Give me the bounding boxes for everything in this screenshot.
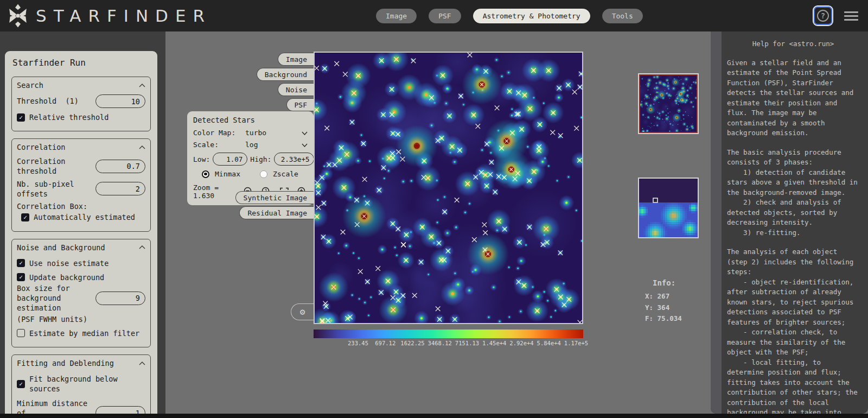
colormap-select[interactable]: turbo	[245, 129, 308, 137]
collapse-chevron-icon	[139, 145, 145, 149]
colorbar-tick: 7151.13	[455, 340, 479, 346]
scale-select[interactable]: log	[245, 141, 308, 149]
section-fitting-header[interactable]: Fitting and Deblending	[17, 358, 145, 370]
layer-tab-noise[interactable]: Noise	[278, 83, 314, 96]
starfinder-run-panel: Starfinder Run Search Threshold (1) ✓ Re…	[5, 51, 157, 414]
nav-tab-psf[interactable]: PSF	[429, 9, 461, 23]
update-background-label: Update background	[29, 273, 104, 282]
help-scrollbar-track[interactable]	[711, 31, 722, 414]
correlation-threshold-label: Correlation threshold	[17, 156, 95, 176]
subpixel-offsets-input[interactable]	[95, 182, 145, 195]
chevron-down-icon	[302, 141, 308, 149]
section-search: Search Threshold (1) ✓ Relative threshol…	[11, 77, 151, 131]
info-y: Y: 364	[645, 302, 682, 314]
colormap-value: turbo	[245, 129, 266, 137]
help-paragraph: The analysis of each object (step 2) inc…	[727, 247, 859, 414]
minmax-radio[interactable]	[202, 170, 209, 178]
layer-tab-image[interactable]: Image	[278, 53, 314, 66]
synthetic-image-button[interactable]: Synthetic Image	[235, 191, 314, 204]
info-x: X: 267	[645, 291, 682, 302]
section-noise-background: Noise and Background ✓ Use noise estimat…	[11, 239, 151, 348]
question-mark-icon: ?	[817, 10, 829, 22]
chevron-down-icon	[302, 129, 308, 137]
info-title: Info:	[653, 277, 682, 289]
use-noise-estimate-checkbox[interactable]: ✓	[17, 259, 25, 267]
median-filter-label: Estimate by median filter	[29, 328, 139, 338]
correlation-box-auto-checkbox[interactable]: ✓	[21, 213, 29, 221]
median-filter-checkbox[interactable]	[17, 329, 25, 337]
section-correlation-header[interactable]: Correlation	[17, 142, 145, 154]
correlation-box-auto-label: Automatically estimated	[34, 212, 135, 222]
nav-tab-image[interactable]: Image	[376, 9, 417, 23]
help-panel: Help for <astro.run> Given a stellar fie…	[711, 31, 868, 414]
use-noise-estimate-label: Use noise estimate	[29, 258, 108, 268]
scale-value: log	[245, 141, 258, 149]
box-size-input[interactable]	[95, 292, 145, 305]
help-paragraph: Given a stellar field and an estimate of…	[727, 58, 859, 138]
star-field-canvas[interactable]	[315, 53, 582, 323]
bottom-edge-strip	[0, 414, 868, 418]
threshold-input[interactable]	[95, 94, 145, 108]
magnifier-thumbnail-canvas[interactable]	[639, 179, 698, 237]
help-content: Help for <astro.run> Given a stellar fie…	[722, 31, 866, 414]
app-title: STARFINDER	[36, 6, 212, 26]
low-label: Low:	[193, 155, 210, 163]
layer-tab-psf[interactable]: PSF	[286, 98, 314, 111]
update-background-checkbox[interactable]: ✓	[17, 273, 25, 281]
colorbar-tick: 1.17e+5	[564, 340, 588, 346]
subpixel-offsets-label: Nb. sub-pixel offsets	[17, 179, 95, 199]
overview-thumbnail[interactable]	[638, 73, 699, 134]
help-button[interactable]: ?	[814, 7, 832, 25]
fit-background-checkbox[interactable]: ✓	[17, 380, 25, 388]
section-search-header[interactable]: Search	[17, 80, 145, 92]
layer-tab-background[interactable]: Background	[257, 68, 314, 81]
relative-threshold-label: Relative threshold	[29, 112, 108, 122]
zoom-level-label: Zoom = 1.630	[193, 183, 233, 200]
colorbar-tick: 1.45e+4	[482, 340, 506, 346]
collapse-chevron-icon	[139, 362, 145, 365]
high-label: High:	[250, 155, 271, 163]
correlation-box-label: Correlation Box:	[17, 201, 87, 211]
nav-tab-astrometry-photometry[interactable]: Astrometry & Photometry	[473, 9, 590, 23]
box-size-label: Box size for background estimation	[17, 283, 95, 313]
colormap-label: Color Map:	[193, 129, 245, 137]
collapse-chevron-icon	[139, 245, 145, 249]
fit-background-label: Fit background below sources	[29, 374, 145, 394]
detected-stars-title: Detected Stars	[193, 116, 308, 124]
starfinder-logo-icon	[5, 3, 30, 28]
colorbar-tick-labels: 233.45697.121622.253468.127151.131.45e+4…	[314, 340, 583, 347]
starfinder-app: STARFINDER Image PSF Astrometry & Photom…	[0, 0, 868, 418]
colorbar-tick: 1622.25	[400, 340, 424, 346]
scale-label: Scale:	[193, 141, 245, 149]
colorbar-tick: 233.45	[348, 340, 368, 346]
viewer-settings-tab[interactable]: ⚙	[291, 303, 314, 320]
colorbar-tick: 697.12	[375, 340, 395, 346]
app-logo: STARFINDER	[5, 3, 212, 28]
section-fitting-deblending: Fitting and Deblending ✓ Fit background …	[11, 354, 151, 414]
help-title: Help for <astro.run>	[727, 39, 859, 49]
hamburger-menu-icon[interactable]	[844, 11, 858, 21]
minmax-label: Minmax	[215, 170, 240, 178]
run-panel-title: Starfinder Run	[12, 58, 151, 68]
magnifier-thumbnail[interactable]	[638, 178, 699, 238]
left-column: Starfinder Run Search Threshold (1) ✓ Re…	[0, 31, 165, 414]
star-field-viewer[interactable]	[314, 52, 583, 324]
correlation-threshold-input[interactable]	[95, 160, 145, 173]
nav-tab-tools[interactable]: Tools	[602, 9, 643, 23]
min-distance-input[interactable]	[95, 406, 145, 414]
low-input[interactable]	[213, 153, 247, 166]
section-noise-header[interactable]: Noise and Background	[17, 242, 145, 254]
colorbar-tick: 2.92e+4	[509, 340, 533, 346]
zscale-radio[interactable]	[260, 170, 267, 178]
residual-image-button[interactable]: Residual Image	[239, 206, 314, 219]
high-input[interactable]	[274, 153, 314, 166]
zscale-label: Zscale	[273, 170, 298, 178]
info-flux: F: 75.034	[645, 313, 682, 325]
collapse-chevron-icon	[139, 84, 145, 87]
header-actions: ?	[814, 0, 858, 31]
overview-thumbnail-canvas[interactable]	[639, 74, 698, 133]
main-nav: Image PSF Astrometry & Photometry Tools	[376, 0, 643, 31]
fwhm-units-label: (PSF FWHM units)	[17, 314, 87, 324]
relative-threshold-checkbox[interactable]: ✓	[17, 113, 25, 122]
section-correlation: Correlation Correlation threshold Nb. su…	[11, 138, 151, 231]
